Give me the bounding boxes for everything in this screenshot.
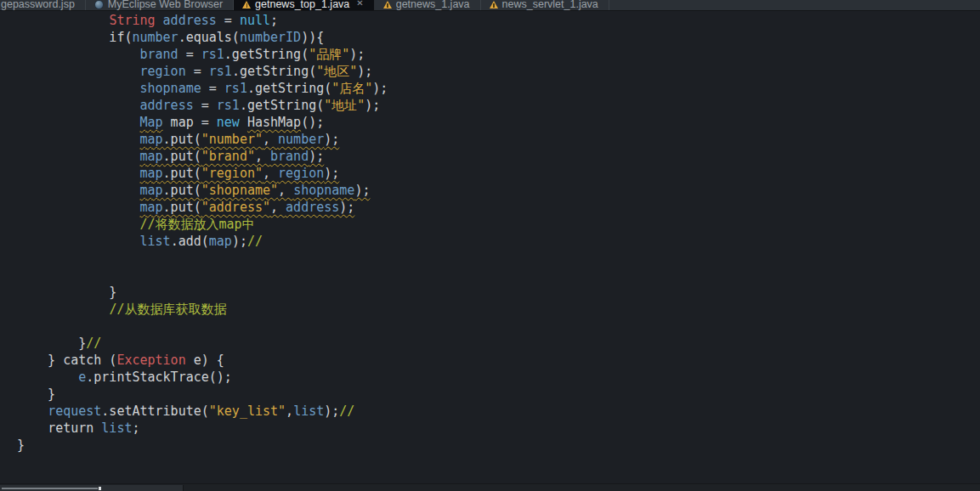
tab-label: getnews_top_1.java (255, 0, 349, 10)
horizontal-scrollbar-thumb[interactable] (2, 488, 98, 489)
code-line[interactable]: region = rs1.getString("地区"); (17, 63, 980, 80)
code-token: .put( (163, 132, 201, 147)
code-token: HashMap (247, 115, 301, 130)
code-token: "number" (201, 132, 263, 147)
code-token: .getString( (247, 81, 331, 96)
code-line[interactable]: return list; (17, 420, 980, 437)
tab-getnews-1-java[interactable]: getnews_1.java (375, 0, 481, 10)
code-token: "品牌" (309, 47, 349, 62)
code-line[interactable]: map.put("address", address); (17, 199, 980, 216)
code-token: ; (270, 13, 278, 28)
code-line[interactable]: String address = null; (17, 12, 980, 29)
code-token: //将数据放入map中 (140, 217, 255, 232)
code-token: .add( (171, 234, 209, 249)
code-line[interactable]: list.add(map);// (17, 233, 980, 250)
code-token: String (109, 13, 155, 28)
code-line[interactable]: } (17, 386, 980, 403)
tab-label: getnews_1.java (396, 0, 470, 10)
code-token (156, 13, 163, 28)
code-token: ); (354, 183, 370, 198)
tab-myeclipse-web-browser[interactable]: MyEclipse Web Browser (86, 0, 234, 10)
code-token: region (140, 64, 186, 79)
tab-gepassword-jsp[interactable]: gepassword.jsp (0, 0, 86, 10)
code-token: .printStackTrace(); (86, 370, 232, 385)
code-line[interactable]: map.put("region", region); (17, 165, 980, 182)
code-line[interactable]: map.put("number", number); (17, 131, 980, 148)
code-token: ); (309, 149, 324, 164)
code-line[interactable]: //将数据放入map中 (17, 216, 980, 233)
code-line[interactable] (17, 250, 980, 267)
code-token (93, 420, 101, 436)
code-token: .equals( (178, 30, 240, 45)
code-line[interactable] (17, 318, 980, 335)
code-token: } (17, 336, 86, 351)
code-line[interactable]: }// (17, 335, 980, 352)
code-line[interactable]: } catch (Exception e) { (17, 352, 980, 369)
code-line[interactable]: if(number.equals(numberID)){ (17, 29, 980, 46)
code-token (17, 132, 140, 147)
code-line[interactable]: address = rs1.getString("地址"); (17, 97, 980, 114)
code-line[interactable]: request.setAttribute("key_list",list);// (17, 403, 980, 420)
code-token: ); (324, 132, 339, 147)
code-token: map (140, 200, 163, 215)
code-line[interactable]: } (17, 284, 980, 301)
code-editor[interactable]: String address = null; if(number.equals(… (0, 11, 980, 483)
code-token: "region" (201, 166, 263, 181)
code-token: "key_list" (209, 404, 286, 419)
code-line[interactable]: map.put("brand", brand); (17, 148, 980, 165)
code-line[interactable]: //从数据库获取数据 (17, 301, 980, 318)
code-token: , (263, 166, 278, 181)
code-token: , (286, 404, 293, 419)
code-token: , (263, 132, 278, 147)
tab-label: news_servlet_1.java (502, 0, 598, 10)
code-token: map (209, 234, 232, 249)
code-line[interactable]: e.printStackTrace(); (17, 369, 980, 386)
code-token: ); (357, 64, 372, 79)
code-token: .getString( (240, 98, 324, 113)
close-icon[interactable]: ✕ (356, 0, 363, 9)
code-line[interactable]: } (17, 437, 980, 454)
code-token: rs1 (224, 81, 247, 96)
code-token (17, 200, 140, 215)
code-token: new (217, 115, 240, 130)
code-token: shopname (293, 183, 354, 198)
code-token: .put( (163, 183, 201, 198)
tab-label: gepassword.jsp (1, 0, 75, 10)
code-token: null (240, 13, 270, 28)
bottom-scrollbar-strip (0, 483, 980, 491)
code-token: "地址" (324, 98, 365, 113)
code-line[interactable]: map.put("shopname", shopname); (17, 182, 980, 199)
globe-icon (94, 0, 104, 9)
code-token: // (247, 234, 263, 249)
code-token: )){ (301, 30, 324, 45)
code-token: ); (324, 166, 339, 181)
tab-news-servlet-1-java[interactable]: news_servlet_1.java (481, 0, 609, 10)
code-token: .put( (163, 200, 201, 215)
tab-getnews-top-1-java[interactable]: getnews_top_1.java✕ (234, 0, 375, 10)
code-token: .put( (163, 166, 201, 181)
code-token: = (201, 81, 224, 96)
code-token: , (270, 200, 286, 215)
code-token: list (293, 404, 324, 419)
code-token: ); (365, 98, 380, 113)
code-line[interactable]: shopname = rs1.getString("店名"); (17, 80, 980, 97)
horizontal-scrollbar-track[interactable] (0, 485, 184, 491)
code-token (17, 81, 140, 96)
code-line[interactable] (17, 267, 980, 284)
code-token: rs1 (209, 64, 232, 79)
code-token: number (278, 132, 324, 147)
code-line[interactable]: Map map = new HashMap(); (17, 114, 980, 131)
code-token: list (140, 234, 171, 249)
code-token: shopname (140, 81, 201, 96)
warning-icon (383, 1, 392, 8)
code-token: map (140, 149, 163, 164)
code-token: ); (339, 200, 354, 215)
code-token: .put( (163, 149, 201, 164)
code-token: } (17, 285, 116, 300)
code-token: // (339, 404, 354, 419)
code-token (17, 370, 78, 385)
code-line[interactable]: brand = rs1.getString("品牌"); (17, 46, 980, 63)
code-token: } (17, 437, 25, 453)
code-token: request (48, 404, 101, 419)
code-token: e (78, 370, 86, 385)
